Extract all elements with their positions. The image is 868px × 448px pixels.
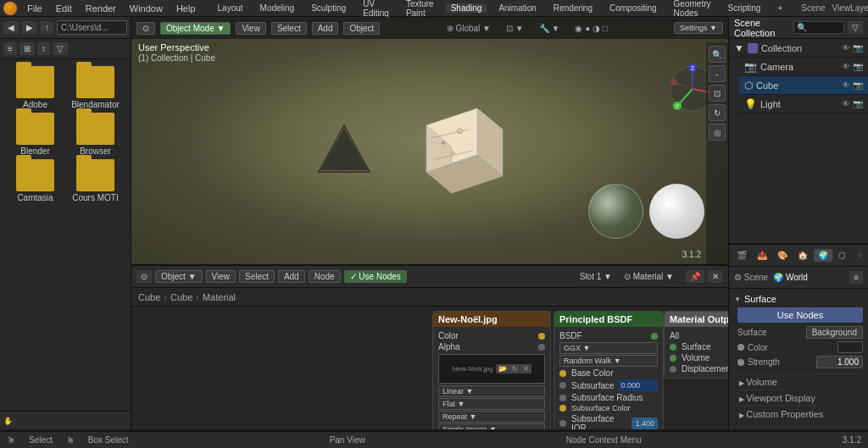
layout-tab[interactable]: Layout	[213, 3, 248, 13]
img-browse-btn[interactable]: 📂	[496, 364, 509, 373]
view-toggle-btn[interactable]: ≡	[3, 42, 17, 55]
menu-edit[interactable]: Edit	[53, 3, 75, 14]
camera-eye-icon[interactable]: 👁	[842, 62, 850, 71]
add-workspace-btn[interactable]: +	[772, 3, 787, 13]
surface-section-header[interactable]: Surface	[734, 294, 863, 304]
nav-up-btn[interactable]: ↑	[41, 21, 53, 34]
ss-radius-socket[interactable]	[559, 395, 566, 401]
sc-item-collection[interactable]: ▼ Collection 👁 📷	[729, 39, 868, 58]
animation-tab[interactable]: Animation	[493, 3, 541, 13]
prop-strength-value[interactable]: 1.000	[816, 356, 863, 368]
object-mode-btn[interactable]: Object Mode ▼	[160, 22, 231, 35]
view-all-btn[interactable]: ⊡	[709, 85, 726, 102]
base-color-socket[interactable]	[559, 370, 566, 377]
camera-render-icon[interactable]: 📷	[853, 62, 863, 71]
zoom-in-btn[interactable]: 🔍	[709, 46, 726, 63]
menu-help[interactable]: Help	[173, 3, 199, 14]
props-extra-btn[interactable]: ≡	[849, 271, 863, 284]
props-tab-particles[interactable]: ⁘	[852, 249, 867, 262]
node-add-btn[interactable]: Add	[278, 270, 305, 283]
node-flat-dropdown[interactable]: Flat ▼	[438, 398, 545, 410]
node-node-btn[interactable]: Node	[309, 270, 341, 283]
nav-forward-btn[interactable]: ▶	[22, 21, 37, 34]
color-swatch[interactable]	[837, 341, 863, 353]
subsurface-socket[interactable]	[559, 382, 566, 389]
nav-back-btn[interactable]: ◀	[3, 21, 19, 34]
node-single-image-dropdown[interactable]: Single Image ▼	[438, 423, 545, 429]
compositing-tab[interactable]: Compositing	[604, 3, 662, 13]
view-menu-btn[interactable]: View	[236, 22, 266, 35]
grid-view-btn[interactable]: ⊞	[19, 42, 35, 55]
use-nodes-toggle[interactable]: ✓ Use Nodes	[344, 270, 407, 283]
material-output-node[interactable]: Material Output All Surface Volume	[664, 311, 728, 379]
alpha-output-socket[interactable]	[538, 344, 545, 351]
zoom-out-btn[interactable]: -	[709, 65, 726, 82]
node-view-btn[interactable]: View	[206, 270, 236, 283]
modeling-tab[interactable]: Modeling	[255, 3, 300, 13]
img-reload-btn[interactable]: ↻	[509, 364, 520, 373]
props-tab-world[interactable]: 🌍	[814, 249, 832, 262]
props-tab-scene[interactable]: 🏠	[793, 249, 812, 262]
light-eye-icon[interactable]: 👁	[842, 99, 850, 108]
menu-window[interactable]: Window	[126, 3, 166, 14]
geometry-nodes-tab[interactable]: Geometry Nodes	[669, 0, 716, 18]
settings-vp-btn[interactable]: Settings ▼	[674, 22, 723, 34]
subsurface-value[interactable]: 0.000	[618, 379, 658, 391]
texture-paint-tab[interactable]: Texture Paint	[401, 0, 439, 18]
add-menu-btn[interactable]: Add	[312, 22, 339, 35]
custom-properties-section[interactable]: Custom Properties	[734, 406, 863, 422]
menu-file[interactable]: File	[24, 3, 46, 14]
list-item[interactable]: Blender	[7, 113, 64, 156]
list-item[interactable]: Blendamator	[67, 66, 124, 109]
material-selector[interactable]: ⊙ Material ▼	[624, 272, 674, 281]
bsdf-random-walk-dropdown[interactable]: Random Walk ▼	[559, 355, 658, 367]
light-render-icon[interactable]: 📷	[853, 99, 863, 108]
displacement-input-socket[interactable]	[670, 366, 676, 373]
list-item[interactable]: Camtasia	[7, 159, 64, 202]
surface-input-socket[interactable]	[670, 344, 676, 351]
scripting-tab[interactable]: Scripting	[723, 3, 766, 13]
local-view-btn[interactable]: ◎	[709, 124, 726, 141]
eye-icon[interactable]: 👁	[842, 43, 850, 53]
breadcrumb-cube2[interactable]: Cube	[170, 292, 192, 302]
collection-search[interactable]	[793, 21, 844, 34]
viewport-mode-btn[interactable]: ⊙	[136, 22, 155, 35]
filter-btn[interactable]: ▽	[53, 42, 68, 55]
sc-item-camera[interactable]: 📷 Camera 👁 📷	[739, 58, 868, 76]
color-output-socket[interactable]	[538, 333, 545, 340]
node-object-btn[interactable]: Object ▼	[155, 270, 203, 283]
orbit-btn[interactable]: ↻	[709, 104, 726, 121]
node-close-btn[interactable]: ✕	[708, 270, 723, 283]
volume-section[interactable]: Volume	[734, 373, 863, 390]
breadcrumb-material[interactable]: Material	[203, 292, 236, 302]
bsdf-ggx-dropdown[interactable]: GGX ▼	[559, 342, 658, 354]
image-texture-node[interactable]: New-Noël.jpg Color Alpha N	[432, 311, 551, 429]
bsdf-output-socket[interactable]	[651, 333, 658, 340]
list-item[interactable]: Adobe	[7, 66, 64, 109]
volume-input-socket[interactable]	[670, 355, 676, 362]
prop-background-value[interactable]: Background	[806, 326, 863, 339]
ss-color-socket[interactable]	[559, 405, 566, 412]
uv-editing-tab[interactable]: UV Editing	[358, 0, 394, 18]
sculpting-tab[interactable]: Sculpting	[306, 3, 351, 13]
cube-render-icon[interactable]: 📷	[853, 80, 863, 90]
list-item[interactable]: Cours MOTI	[67, 159, 124, 202]
sort-btn[interactable]: ↕	[37, 42, 50, 55]
render-icon[interactable]: 📷	[853, 43, 863, 53]
viewport-3d[interactable]: ⊙ Object Mode ▼ View Select Add Object ⊕…	[131, 17, 728, 264]
sc-item-cube[interactable]: ⬡ Cube 👁 📷	[739, 76, 868, 95]
list-item[interactable]: Browser	[67, 113, 124, 156]
node-select-btn[interactable]: Select	[239, 270, 275, 283]
collection-filter-btn[interactable]: ▽	[848, 21, 863, 34]
props-tab-output[interactable]: 📤	[753, 249, 771, 262]
img-clear-btn[interactable]: ✕	[520, 364, 531, 373]
principled-bsdf-node[interactable]: Principled BSDF BSDF GGX ▼ Random Walk ▼…	[554, 311, 664, 429]
rendering-tab[interactable]: Rendering	[548, 3, 598, 13]
props-tab-render[interactable]: 🎬	[732, 249, 751, 262]
node-repeat-dropdown[interactable]: Repeat ▼	[438, 411, 545, 423]
use-nodes-btn[interactable]: Use Nodes	[737, 307, 863, 323]
node-editor-mode-btn[interactable]: ⊙	[136, 270, 152, 283]
menu-render[interactable]: Render	[82, 3, 120, 14]
select-menu-btn[interactable]: Select	[271, 22, 307, 35]
path-bar[interactable]: C:\Users\d...	[57, 20, 127, 35]
